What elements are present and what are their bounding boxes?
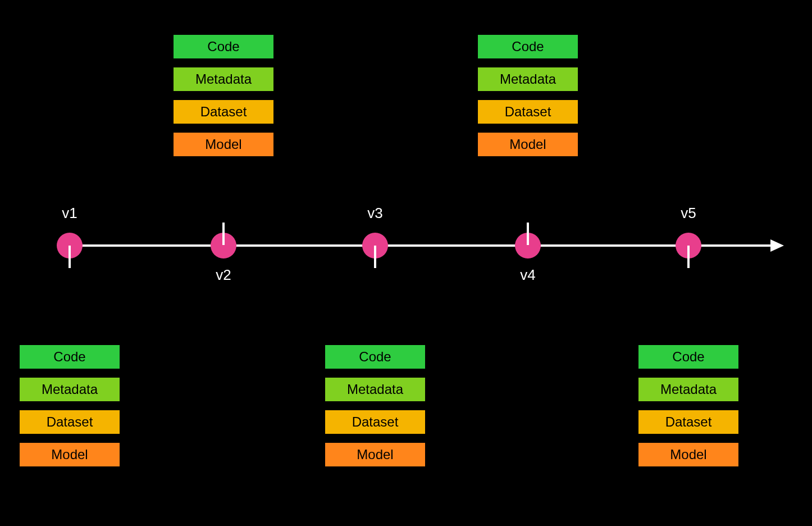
chip-metadata: Metadata <box>478 67 578 91</box>
chip-model: Model <box>174 133 273 156</box>
chip-code: Code <box>478 35 578 58</box>
chip-metadata: Metadata <box>638 378 738 401</box>
chip-dataset: Dataset <box>638 410 738 434</box>
chip-metadata: Metadata <box>20 378 120 401</box>
timeline-tick <box>69 246 71 268</box>
chip-model: Model <box>20 443 120 466</box>
version-label: v3 <box>353 205 398 222</box>
artifact-stack: Code Metadata Dataset Model <box>638 345 738 466</box>
chip-code: Code <box>174 35 273 58</box>
timeline-axis <box>65 244 773 247</box>
chip-code: Code <box>325 345 425 369</box>
timeline-tick <box>687 246 690 268</box>
timeline-tick <box>222 223 225 245</box>
chip-dataset: Dataset <box>20 410 120 434</box>
chip-metadata: Metadata <box>325 378 425 401</box>
version-label: v5 <box>666 205 711 222</box>
version-label: v2 <box>201 266 246 284</box>
version-label: v4 <box>505 266 550 284</box>
diagram-canvas: v1 Code Metadata Dataset Model v2 Code M… <box>0 0 812 526</box>
chip-metadata: Metadata <box>174 67 273 91</box>
timeline-tick <box>374 246 376 268</box>
chip-dataset: Dataset <box>325 410 425 434</box>
chip-code: Code <box>20 345 120 369</box>
artifact-stack: Code Metadata Dataset Model <box>20 345 120 466</box>
chip-model: Model <box>325 443 425 466</box>
chip-code: Code <box>638 345 738 369</box>
timeline-arrowhead-icon <box>770 239 784 252</box>
timeline-tick <box>527 223 529 245</box>
artifact-stack: Code Metadata Dataset Model <box>478 35 578 156</box>
chip-model: Model <box>638 443 738 466</box>
chip-dataset: Dataset <box>174 100 273 124</box>
chip-model: Model <box>478 133 578 156</box>
version-label: v1 <box>47 205 92 222</box>
artifact-stack: Code Metadata Dataset Model <box>174 35 273 156</box>
artifact-stack: Code Metadata Dataset Model <box>325 345 425 466</box>
chip-dataset: Dataset <box>478 100 578 124</box>
